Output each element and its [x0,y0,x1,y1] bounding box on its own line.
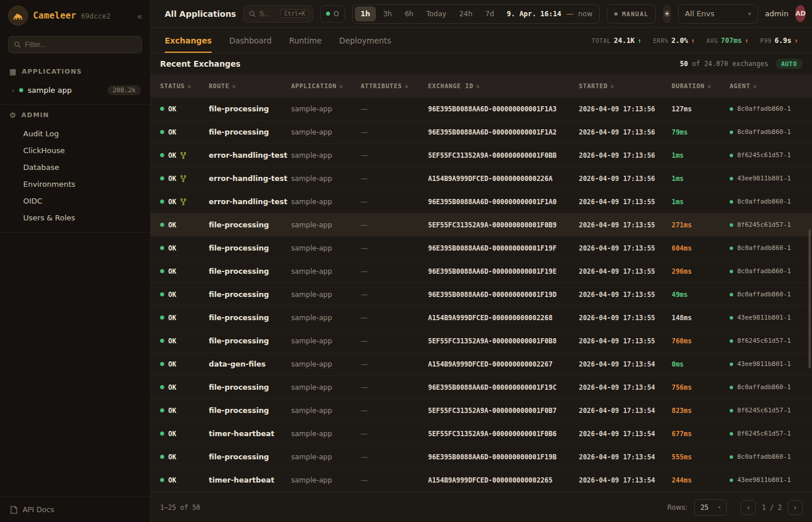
table-row[interactable]: OK file-processing sample-app — 96E395B0… [151,445,812,469]
auto-refresh-badge[interactable]: AUTO [775,59,803,69]
stat-value: 707ms [721,37,742,45]
table-row[interactable]: OK error-handling-test sample-app — 96E3… [151,190,812,213]
column-header[interactable]: STARTED ⇅ [579,82,672,89]
admin-nav-item[interactable]: Users & Roles [0,209,150,226]
tab[interactable]: Dashboard [229,28,271,53]
time-range-button[interactable]: 24h [454,6,478,21]
column-header[interactable]: DURATION ⇅ [672,82,730,89]
table-row[interactable]: OK data-gen-files sample-app — A154B9A99… [151,353,812,376]
application-cell: sample-app [291,383,361,392]
api-docs-link[interactable]: API Docs [23,505,54,514]
theme-toggle-button[interactable]: ☀ [663,5,670,23]
status-cell: OK [160,198,209,206]
sidebar-item-sample-app[interactable]: › sample app 208.2k [0,82,150,99]
tabs-bar: ExchangesDashboardRuntimeDeployments TOT… [151,28,812,53]
attributes-cell: — [361,244,428,252]
scrollbar-thumb[interactable] [809,229,811,368]
exchange-id-cell: A154B9A999DFCED-000000000002265 [428,476,579,484]
admin-nav: Audit LogClickHouseDatabaseEnvironmentsO… [0,125,150,226]
table-row[interactable]: OK timer-heartbeat sample-app — 5EF55FC3… [151,422,812,445]
applications-label: APPLICATIONS [21,68,82,75]
sidebar-filter[interactable] [8,36,142,53]
started-cell: 2026-04-09 17:13:55 [579,221,672,229]
status-label: OK [168,453,176,461]
time-range-button[interactable]: Today [420,6,452,21]
time-range-button[interactable]: 7d [480,6,500,21]
table-row[interactable]: OK file-processing sample-app — 96E395B0… [151,121,812,144]
filter-input[interactable] [25,41,136,49]
sort-icon: ⇅ [339,83,343,89]
table-row[interactable]: OK file-processing sample-app — A154B9A9… [151,306,812,329]
table-row[interactable]: OK file-processing sample-app — 5EF55FC3… [151,213,812,237]
started-cell: 2026-04-09 17:13:55 [579,291,672,299]
table-row[interactable]: OK file-processing sample-app — 96E395B0… [151,260,812,283]
status-ok-dot [160,292,164,296]
admin-nav-item[interactable]: ClickHouse [0,142,150,159]
table-row[interactable]: OK file-processing sample-app — 96E395B0… [151,97,812,121]
exchange-id-cell: 96E395B0088AA6D-000000000001F19C [428,383,579,392]
route-cell: file-processing [209,104,291,113]
status-label: OK [168,314,176,322]
status-label: OK [168,105,176,113]
column-header[interactable]: STATUS ⇅ [160,82,209,89]
env-select[interactable]: All Envs ▾ [678,4,758,24]
column-header[interactable]: ATTRIBUTES ⇅ [361,82,428,89]
table-row[interactable]: OK timer-heartbeat sample-app — A154B9A9… [151,469,812,492]
user-avatar[interactable]: AD [795,5,806,22]
time-range-button[interactable]: 3h [377,6,397,21]
tab[interactable]: Deployments [339,28,392,53]
exchange-id-cell: 96E395B0088AA6D-000000000001F1A3 [428,105,579,113]
agent-dot [730,177,733,180]
tab[interactable]: Exchanges [165,28,212,53]
exchange-id-cell: 5EF55FC31352A9A-000000000001F0B9 [428,221,579,229]
next-page-button[interactable]: › [788,500,803,515]
table-row[interactable]: OK file-processing sample-app — 5EF55FC3… [151,399,812,422]
admin-nav-item[interactable]: OIDC [0,193,150,209]
column-label: DURATION [672,82,705,89]
route-cell: file-processing [209,336,291,345]
table-row[interactable]: OK file-processing sample-app — 96E395B0… [151,237,812,260]
prev-page-button[interactable]: ‹ [741,500,756,515]
global-search[interactable]: Ctrl+K [243,5,313,23]
column-header[interactable]: ROUTE ⇅ [209,82,291,89]
time-range-button[interactable]: 1h [355,6,376,21]
table-row[interactable]: OK file-processing sample-app — 96E395B0… [151,283,812,306]
started-cell: 2026-04-09 17:13:54 [579,407,672,415]
table-row[interactable]: OK error-handling-test sample-app — A154… [151,167,812,190]
column-header[interactable]: AGENT ⇅ [730,82,812,89]
admin-nav-item[interactable]: Database [0,159,150,176]
admin-nav-item[interactable]: Environments [0,176,150,193]
exchange-id-cell: 96E395B0088AA6D-000000000001F19B [428,453,579,461]
page-title: All Applications [165,9,236,19]
table-row[interactable]: OK error-handling-test sample-app — 5EF5… [151,144,812,167]
online-indicator[interactable]: O [320,5,345,23]
rows-per-page-label: Rows: [667,503,687,512]
app-name: sample app [28,86,72,95]
exchange-id-cell: 96E395B0088AA6D-000000000001F1A0 [428,198,579,206]
status-ok-dot [160,246,164,250]
status-ok-dot [160,362,164,366]
started-cell: 2026-04-09 17:13:55 [579,244,672,252]
table-row[interactable]: OK file-processing sample-app — 5EF55FC3… [151,329,812,353]
attributes-cell: — [361,476,428,484]
admin-nav-item[interactable]: Audit Log [0,125,150,142]
attributes-cell: — [361,267,428,276]
column-header[interactable]: APPLICATION ⇅ [291,82,361,89]
manual-mode-button[interactable]: MANUAL [607,4,656,24]
duration-cell: 604ms [672,244,730,252]
tab[interactable]: Runtime [289,28,321,53]
rows-per-page-select[interactable]: 25 ▾ [694,499,727,516]
search-input[interactable] [259,10,277,18]
date-from: 9. Apr. 16:14 [507,10,561,18]
route-cell: file-processing [209,128,291,136]
attributes-cell: — [361,105,428,113]
time-range-button[interactable]: 6h [399,6,419,21]
started-cell: 2026-04-09 17:13:54 [579,476,672,484]
column-header[interactable]: EXCHANGE ID ⇅ [428,82,579,89]
agent-id: 43ee9811b801-1 [737,360,791,368]
column-label: EXCHANGE ID [428,82,473,89]
duration-cell: 1ms [672,198,730,206]
agent-dot [730,478,733,482]
table-row[interactable]: OK file-processing sample-app — 96E395B0… [151,376,812,399]
sidebar-collapse-button[interactable]: « [137,11,142,21]
